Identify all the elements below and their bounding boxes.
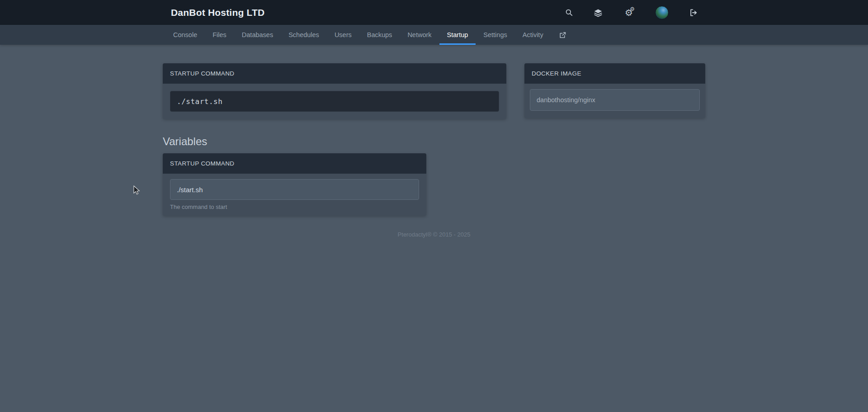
docker-image-card-title: DOCKER IMAGE <box>524 63 705 84</box>
startup-page: STARTUP COMMAND DOCKER IMAGE Variables S… <box>163 63 705 238</box>
tab-activity[interactable]: Activity <box>515 25 551 45</box>
topbar-icons: ⚙⚙ <box>565 6 701 19</box>
server-subnav: Console Files Databases Schedules Users … <box>0 25 868 45</box>
variable-card-startup-command: STARTUP COMMAND The command to start <box>163 153 426 216</box>
topbar: DanBot Hosting LTD ⚙⚙ <box>0 0 868 25</box>
tab-databases[interactable]: Databases <box>234 25 281 45</box>
footer-copyright: Pterodactyl® © 2015 - 2025 <box>163 231 705 238</box>
cogs-icon[interactable]: ⚙⚙ <box>623 8 635 17</box>
external-link-icon[interactable] <box>551 25 574 45</box>
startup-command-input[interactable] <box>170 91 499 112</box>
user-avatar[interactable] <box>655 6 669 19</box>
docker-image-card: DOCKER IMAGE <box>524 63 705 118</box>
cogs-small-gear-icon: ⚙ <box>630 6 635 12</box>
layers-icon[interactable] <box>594 8 603 17</box>
tab-console[interactable]: Console <box>165 25 205 45</box>
variables-heading: Variables <box>163 135 705 148</box>
sign-out-icon[interactable] <box>689 8 698 17</box>
tab-files[interactable]: Files <box>205 25 234 45</box>
tab-startup[interactable]: Startup <box>439 25 476 45</box>
startup-command-card: STARTUP COMMAND <box>163 63 506 119</box>
startup-command-card-title: STARTUP COMMAND <box>163 63 506 84</box>
app-title: DanBot Hosting LTD <box>167 7 264 18</box>
tab-backups[interactable]: Backups <box>359 25 400 45</box>
tab-settings[interactable]: Settings <box>476 25 514 45</box>
docker-image-input <box>530 89 700 111</box>
tab-schedules[interactable]: Schedules <box>281 25 327 45</box>
tab-network[interactable]: Network <box>400 25 439 45</box>
tab-users[interactable]: Users <box>327 25 359 45</box>
variable-card-title: STARTUP COMMAND <box>163 153 426 174</box>
variable-startup-command-input[interactable] <box>170 179 419 200</box>
mouse-cursor <box>133 185 142 195</box>
variable-help-text: The command to start <box>170 204 419 210</box>
search-icon[interactable] <box>565 8 573 17</box>
